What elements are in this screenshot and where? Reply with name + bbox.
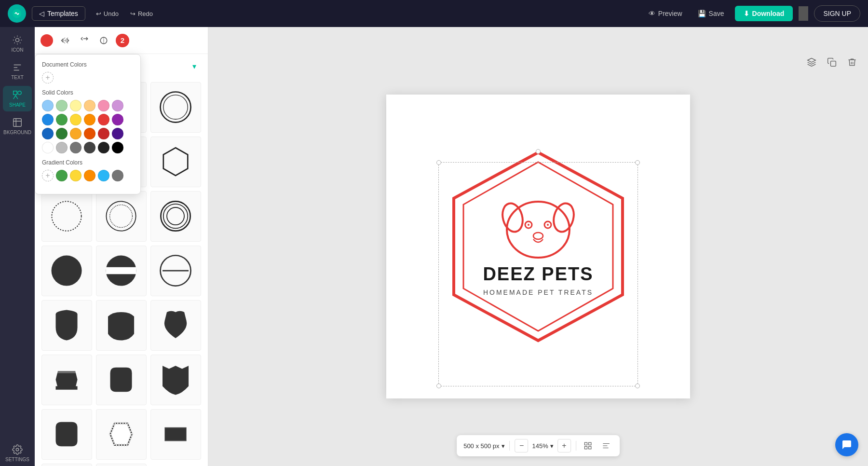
templates-button[interactable]: ◁ Templates — [32, 6, 85, 21]
zoom-in-button[interactable]: + — [557, 439, 571, 452]
color-swatch[interactable] — [42, 100, 54, 111]
sidebar-icon-label: SETTINGS — [5, 457, 29, 462]
color-swatch[interactable] — [84, 142, 95, 153]
svg-point-16 — [52, 202, 81, 231]
color-swatch[interactable] — [42, 142, 54, 153]
color-swatch[interactable] — [70, 100, 81, 111]
svg-rect-52 — [588, 447, 591, 449]
gradient-color-swatch[interactable] — [84, 170, 95, 181]
opacity-icon[interactable] — [96, 33, 111, 48]
gradient-color-swatch[interactable] — [56, 170, 68, 181]
gradient-color-swatch[interactable] — [98, 170, 109, 181]
color-swatch[interactable] — [112, 142, 123, 153]
color-swatch[interactable] — [98, 114, 109, 125]
chat-support-button[interactable] — [835, 433, 858, 456]
shape-item[interactable] — [41, 300, 92, 351]
color-swatch[interactable] — [56, 128, 68, 139]
color-swatch[interactable] — [42, 114, 54, 125]
shape-item[interactable] — [96, 191, 147, 242]
add-gradient-color-button[interactable]: + — [42, 170, 54, 181]
icon-sidebar: ICON TEXT SHAPE BKGROUND SETTINGS — [0, 27, 35, 466]
undo-icon: ↩ — [96, 10, 101, 17]
redo-button[interactable]: ↪ Redo — [125, 7, 158, 20]
color-swatch[interactable] — [56, 100, 68, 111]
color-swatch[interactable] — [112, 100, 123, 111]
color-swatch[interactable] — [84, 100, 95, 111]
gradient-colors-grid: + — [42, 170, 134, 181]
sidebar-item-background[interactable]: BKGROUND — [3, 113, 32, 139]
shape-item[interactable] — [96, 409, 147, 460]
main-area: ICON TEXT SHAPE BKGROUND SETTINGS — [0, 27, 868, 466]
size-chevron-icon: ▾ — [502, 442, 505, 450]
align-button[interactable] — [599, 439, 613, 452]
svg-rect-50 — [588, 442, 591, 445]
color-swatch[interactable] — [56, 114, 68, 125]
gradient-color-swatch[interactable] — [70, 170, 81, 181]
right-icon-group — [803, 54, 860, 70]
gradient-colors-section: Gradient Colors + — [42, 159, 134, 181]
shape-item[interactable] — [96, 464, 147, 466]
sidebar-item-settings[interactable]: SETTINGS — [3, 440, 32, 466]
divider — [799, 6, 808, 21]
shape-item[interactable] — [96, 355, 147, 405]
signup-button[interactable]: SIGN UP — [814, 5, 860, 22]
shape-item[interactable] — [150, 246, 201, 296]
download-button[interactable]: ⬇ Download — [735, 6, 793, 21]
gradient-color-swatch[interactable] — [112, 170, 123, 181]
preview-button[interactable]: 👁 Preview — [644, 7, 687, 20]
solid-colors-section: Solid Colors — [42, 89, 134, 153]
color-swatch[interactable] — [42, 128, 54, 139]
shape-item[interactable] — [150, 191, 201, 242]
design-canvas[interactable]: DEEZ PETS HOMEMADE PET TREATS — [386, 95, 690, 398]
svg-point-11 — [161, 92, 191, 123]
svg-point-1 — [15, 38, 19, 41]
shape-item[interactable] — [150, 82, 201, 133]
badge-design-svg: DEEZ PETS HOMEMADE PET TREATS — [386, 95, 690, 398]
delete-icon[interactable] — [844, 54, 860, 70]
undo-button[interactable]: ↩ Undo — [91, 7, 123, 20]
eye-icon: 👁 — [649, 10, 655, 17]
color-swatch[interactable] — [98, 142, 109, 153]
shape-item[interactable] — [96, 246, 147, 296]
save-button[interactable]: 💾 Save — [693, 7, 729, 20]
color-swatch[interactable] — [84, 114, 95, 125]
sidebar-item-icon[interactable]: ICON — [3, 31, 32, 56]
shape-item[interactable] — [41, 464, 92, 466]
sidebar-item-text[interactable]: TEXT — [3, 58, 32, 84]
shape-item[interactable] — [150, 355, 201, 405]
shape-item[interactable] — [41, 409, 92, 460]
color-swatch[interactable] — [70, 114, 81, 125]
color-swatch[interactable] — [98, 100, 109, 111]
bottom-toolbar: 500 x 500 px ▾ − 145% ▾ + — [457, 435, 620, 456]
zoom-out-button[interactable]: − — [515, 439, 529, 452]
svg-point-5 — [16, 448, 19, 451]
add-document-color-button[interactable]: + — [42, 72, 54, 83]
step-2-badge[interactable]: 2 — [116, 34, 129, 47]
shape-item[interactable] — [41, 355, 92, 405]
color-swatch[interactable] — [112, 114, 123, 125]
shape-item[interactable] — [41, 246, 92, 296]
back-arrow-icon: ◁ — [39, 10, 44, 17]
flip-icon[interactable] — [58, 33, 72, 48]
canvas-size-value: 500 x 500 px — [463, 442, 499, 450]
grid-view-button[interactable] — [581, 439, 595, 452]
color-swatch[interactable] — [98, 128, 109, 139]
color-swatch[interactable] — [70, 128, 81, 139]
layers-icon[interactable] — [803, 54, 820, 70]
color-swatch[interactable] — [70, 142, 81, 153]
shape-item[interactable] — [150, 300, 201, 351]
shape-item[interactable] — [150, 409, 201, 460]
color-swatch[interactable] — [84, 128, 95, 139]
color-picker-red[interactable] — [41, 34, 53, 47]
color-toolbar: 2 Document Colors + Solid Colors Gradien… — [35, 27, 208, 54]
sidebar-item-shape[interactable]: SHAPE — [3, 86, 32, 111]
color-swatch[interactable] — [56, 142, 68, 153]
shape-item[interactable] — [41, 191, 92, 242]
duplicate-icon[interactable] — [824, 54, 840, 70]
divider — [576, 441, 576, 451]
shape-item[interactable] — [96, 300, 147, 351]
arrange-icon[interactable] — [77, 33, 92, 48]
shape-item[interactable] — [150, 137, 201, 187]
color-swatch[interactable] — [112, 128, 123, 139]
download-icon: ⬇ — [744, 10, 749, 17]
